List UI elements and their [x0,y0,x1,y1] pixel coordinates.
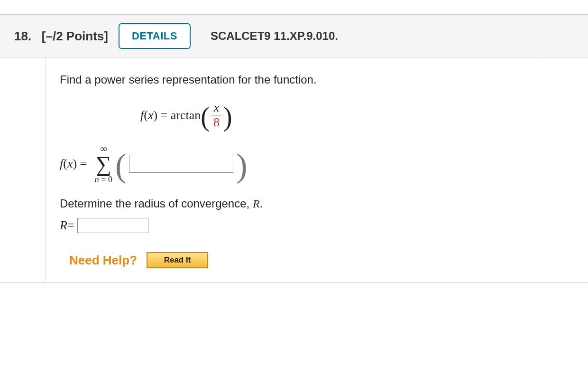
fraction-denominator: 8 [211,115,221,130]
r-eq: = [67,218,74,233]
summation: ∞ ∑ n = 0 [95,144,112,184]
read-it-button[interactable]: Read It [147,252,208,268]
prompt2-text: Determine the radius of convergence, R. [60,197,524,210]
fx-close: ) [153,108,157,122]
radius-input[interactable] [77,218,148,233]
series-close: ) [73,157,77,171]
r-label: R [60,218,67,233]
sum-lower-eq: = 0 [99,175,112,184]
series-equation: f ( x ) = ∞ ∑ n = 0 ( ) [60,144,524,184]
radius-row: R = [60,218,524,233]
prompt2-main: Determine the radius of convergence, [60,197,253,210]
sigma-icon: ∑ [96,153,111,175]
given-equation: f ( x ) = arctan ( x 8 ) [140,101,524,130]
sum-lower: n = 0 [95,175,112,184]
fx-arg: x [148,108,154,122]
prompt2-end: . [260,197,263,210]
help-row: Need Help? Read It [69,252,524,268]
right-paren-icon: ) [223,105,232,128]
details-button[interactable]: DETAILS [119,23,191,49]
question-reference: SCALCET9 11.XP.9.010. [211,29,338,43]
eq-sign: = [157,108,171,122]
prompt-text: Find a power series representation for t… [60,73,524,86]
prompt2-var: R [253,197,260,210]
question-body: Find a power series representation for t… [45,58,538,282]
left-paren-icon: ( [201,105,210,128]
sum-lower-var: n [95,175,99,184]
fx-open: ( [144,108,148,122]
series-term-input[interactable] [129,155,233,173]
fraction-numerator: x [212,101,221,115]
series-eq: = [77,157,90,171]
question-container: 18. [–/2 Points] DETAILS SCALCET9 11.XP.… [0,14,588,283]
fraction: x 8 [211,101,221,130]
need-help-label: Need Help? [69,253,137,268]
question-number-points: 18. [–/2 Points] [14,29,108,44]
series-f: f [60,157,63,171]
question-header: 18. [–/2 Points] DETAILS SCALCET9 11.XP.… [0,15,588,58]
big-right-paren-icon: ) [236,154,247,178]
arctan-label: arctan [171,108,201,122]
big-left-paren-icon: ( [115,154,126,178]
question-points: [–/2 Points] [42,29,108,43]
fx-f: f [140,108,144,122]
series-open: ( [63,157,67,171]
series-arg: x [67,157,73,171]
question-number: 18. [14,29,31,43]
